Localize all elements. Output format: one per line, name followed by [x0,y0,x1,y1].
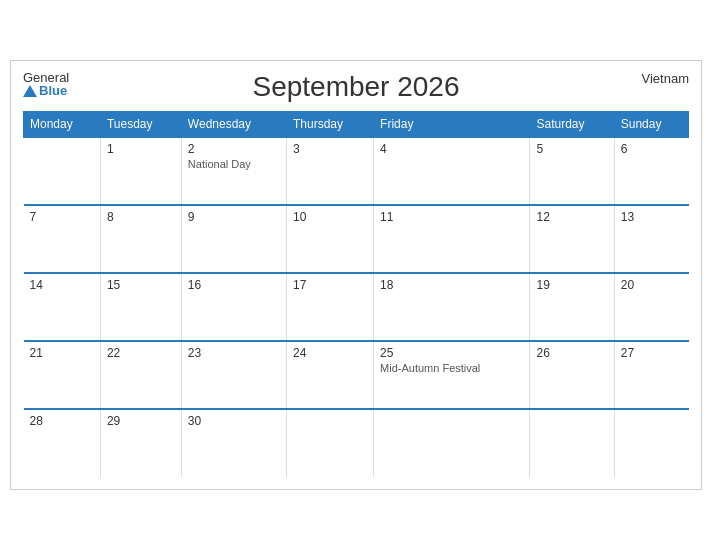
day-number: 24 [293,346,367,360]
day-cell: 28 [24,409,101,477]
logo-blue-text: Blue [23,84,69,97]
day-cell: 18 [374,273,530,341]
day-number: 15 [107,278,175,292]
col-saturday: Saturday [530,112,614,138]
day-cell: 10 [287,205,374,273]
country-label: Vietnam [642,71,689,86]
col-monday: Monday [24,112,101,138]
logo: General Blue [23,71,69,97]
day-number: 16 [188,278,280,292]
calendar-header: General Blue September 2026 Vietnam [23,71,689,103]
day-cell [614,409,688,477]
week-row-3: 2122232425Mid-Autumn Festival2627 [24,341,689,409]
day-number: 10 [293,210,367,224]
day-cell: 5 [530,137,614,205]
week-row-1: 78910111213 [24,205,689,273]
day-cell: 4 [374,137,530,205]
day-number: 6 [621,142,683,156]
calendar-container: General Blue September 2026 Vietnam Mond… [10,60,702,490]
calendar-grid: Monday Tuesday Wednesday Thursday Friday… [23,111,689,477]
day-number: 2 [188,142,280,156]
day-cell: 15 [100,273,181,341]
week-row-0: 12National Day3456 [24,137,689,205]
day-cell [24,137,101,205]
day-cell: 12 [530,205,614,273]
day-cell: 16 [181,273,286,341]
day-cell: 9 [181,205,286,273]
day-cell: 25Mid-Autumn Festival [374,341,530,409]
day-cell: 27 [614,341,688,409]
day-number: 25 [380,346,523,360]
calendar-thead: Monday Tuesday Wednesday Thursday Friday… [24,112,689,138]
holiday-name: Mid-Autumn Festival [380,362,523,374]
day-number: 9 [188,210,280,224]
holiday-name: National Day [188,158,280,170]
logo-triangle-icon [23,85,37,97]
col-thursday: Thursday [287,112,374,138]
day-number: 20 [621,278,683,292]
day-cell: 17 [287,273,374,341]
day-number: 7 [30,210,94,224]
day-number: 30 [188,414,280,428]
day-number: 13 [621,210,683,224]
day-number: 14 [30,278,94,292]
day-number: 3 [293,142,367,156]
day-number: 23 [188,346,280,360]
col-friday: Friday [374,112,530,138]
day-number: 12 [536,210,607,224]
day-number: 4 [380,142,523,156]
day-cell: 13 [614,205,688,273]
day-cell [287,409,374,477]
day-cell: 8 [100,205,181,273]
calendar-body: 12National Day34567891011121314151617181… [24,137,689,477]
day-number: 27 [621,346,683,360]
day-cell: 6 [614,137,688,205]
day-cell: 22 [100,341,181,409]
day-number: 8 [107,210,175,224]
day-number: 29 [107,414,175,428]
week-row-4: 282930 [24,409,689,477]
day-cell: 3 [287,137,374,205]
day-number: 26 [536,346,607,360]
day-cell: 26 [530,341,614,409]
day-cell: 1 [100,137,181,205]
day-cell: 24 [287,341,374,409]
day-number: 21 [30,346,94,360]
day-number: 22 [107,346,175,360]
day-cell: 2National Day [181,137,286,205]
day-number: 19 [536,278,607,292]
day-number: 28 [30,414,94,428]
day-cell: 7 [24,205,101,273]
day-number: 11 [380,210,523,224]
day-cell [530,409,614,477]
day-number: 18 [380,278,523,292]
day-cell: 23 [181,341,286,409]
day-cell: 11 [374,205,530,273]
col-tuesday: Tuesday [100,112,181,138]
day-number: 17 [293,278,367,292]
header-row: Monday Tuesday Wednesday Thursday Friday… [24,112,689,138]
day-cell: 19 [530,273,614,341]
week-row-2: 14151617181920 [24,273,689,341]
day-cell: 21 [24,341,101,409]
col-sunday: Sunday [614,112,688,138]
day-number: 1 [107,142,175,156]
calendar-title: September 2026 [252,71,459,103]
col-wednesday: Wednesday [181,112,286,138]
day-cell: 20 [614,273,688,341]
day-number: 5 [536,142,607,156]
day-cell: 29 [100,409,181,477]
day-cell [374,409,530,477]
day-cell: 30 [181,409,286,477]
day-cell: 14 [24,273,101,341]
